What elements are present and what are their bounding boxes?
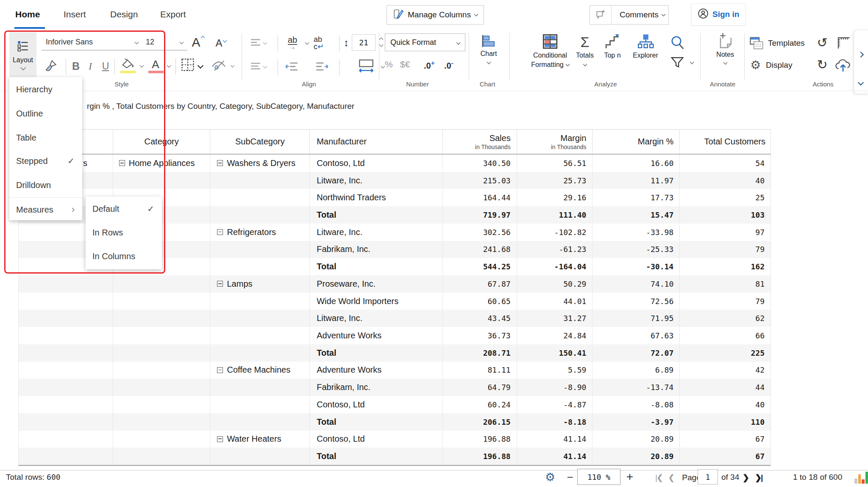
bold-button[interactable]: B bbox=[70, 58, 82, 74]
column-width-button[interactable] bbox=[355, 58, 377, 75]
decrease-indent-button[interactable] bbox=[282, 60, 301, 73]
cell-margin-pct[interactable]: 11.97 bbox=[593, 172, 680, 189]
cell-margin-pct[interactable]: -3.97 bbox=[593, 413, 680, 431]
cell-margin[interactable]: 25.73 bbox=[517, 172, 593, 189]
table-row[interactable]: Litware, Inc.215.0325.7311.9740 bbox=[19, 172, 771, 189]
fill-color-dropdown[interactable] bbox=[138, 62, 145, 69]
collapse-icon[interactable] bbox=[217, 229, 223, 235]
cell-margin-pct[interactable]: 20.89 bbox=[593, 431, 680, 448]
cell-manufacturer[interactable]: Litware, Inc. bbox=[310, 310, 443, 327]
cell-sales[interactable]: 544.25 bbox=[443, 258, 517, 275]
cell-manufacturer[interactable]: Litware, Inc. bbox=[310, 172, 443, 189]
zoom-out-button[interactable]: − bbox=[565, 471, 576, 484]
cell-manufacturer[interactable]: Contoso, Ltd bbox=[310, 396, 443, 413]
cell-sales[interactable]: 60.65 bbox=[443, 293, 517, 310]
cell-customers[interactable]: 42 bbox=[680, 362, 771, 379]
decrease-decimal-button[interactable]: .0- bbox=[444, 59, 453, 71]
cell-sales[interactable]: 206.15 bbox=[443, 413, 517, 431]
zoom-in-button[interactable]: + bbox=[624, 470, 636, 484]
expand-right-button[interactable] bbox=[857, 51, 865, 58]
cell-margin[interactable]: 29.16 bbox=[517, 189, 593, 206]
submenu-item-in-columns[interactable]: In Columns bbox=[92, 250, 158, 263]
hide-button[interactable] bbox=[209, 58, 228, 73]
collapse-icon[interactable] bbox=[217, 281, 223, 287]
cell-customers[interactable]: 44 bbox=[680, 379, 771, 396]
cell-manufacturer[interactable]: Fabrikam, Inc. bbox=[310, 379, 443, 396]
cell-sales[interactable]: 67.87 bbox=[443, 275, 517, 293]
cell-margin-pct[interactable]: -13.74 bbox=[593, 379, 680, 396]
cell-customers[interactable]: 103 bbox=[680, 206, 771, 224]
cell-sales[interactable]: 64.79 bbox=[443, 379, 517, 396]
cell-margin-pct[interactable]: 71.95 bbox=[593, 310, 680, 327]
cell-customers[interactable]: 25 bbox=[680, 189, 771, 206]
row-height-input[interactable]: 21 bbox=[352, 34, 376, 51]
cell-margin[interactable]: 150.41 bbox=[517, 344, 593, 362]
page-number-input[interactable]: 1 bbox=[698, 469, 718, 484]
cell-sales[interactable]: 81.11 bbox=[443, 362, 517, 379]
table-row[interactable]: Litware, Inc.43.4531.2771.9562 bbox=[19, 310, 771, 327]
header-total-customers[interactable]: Total Customers bbox=[680, 130, 771, 154]
cell-subcategory[interactable]: Washers & Dryers bbox=[210, 155, 310, 172]
cell-margin-pct[interactable]: 20.89 bbox=[593, 448, 680, 465]
cell-customers[interactable]: 54 bbox=[680, 155, 771, 172]
cell-customers[interactable]: 79 bbox=[680, 293, 771, 310]
manage-columns-button[interactable]: Manage Columns bbox=[387, 5, 484, 25]
cell-subcategory[interactable]: Refrigerators bbox=[210, 224, 310, 241]
cell-category[interactable] bbox=[113, 293, 211, 310]
cell-sales[interactable]: 60.24 bbox=[443, 396, 517, 413]
increase-decimal-button[interactable]: .0+ bbox=[424, 59, 434, 71]
cell-manufacturer[interactable]: Wide World Importers bbox=[310, 293, 443, 310]
collapse-icon[interactable] bbox=[119, 160, 125, 166]
font-name-combo[interactable]: Inforiver Sans bbox=[42, 34, 142, 50]
notes-button[interactable]: Notes bbox=[711, 32, 739, 64]
cell-customers[interactable]: 67 bbox=[680, 448, 771, 465]
tab-design[interactable]: Design bbox=[110, 9, 138, 19]
cell-sales[interactable]: 208.71 bbox=[443, 344, 517, 362]
cell-sales[interactable]: 196.88 bbox=[443, 431, 517, 448]
hide-dropdown[interactable] bbox=[229, 62, 236, 69]
cell-customers[interactable]: 79 bbox=[680, 241, 771, 258]
next-page-button[interactable]: ❯ bbox=[743, 473, 749, 482]
menu-item-measures[interactable]: Measures bbox=[16, 203, 78, 216]
cell-country[interactable] bbox=[19, 362, 113, 379]
italic-button[interactable]: I bbox=[85, 58, 96, 74]
collapse-icon[interactable] bbox=[217, 436, 223, 442]
expand-down-button[interactable] bbox=[857, 79, 865, 86]
cell-margin[interactable]: 44.01 bbox=[517, 293, 593, 310]
vertical-align-button[interactable] bbox=[248, 36, 269, 49]
cell-subcategory[interactable] bbox=[210, 344, 310, 362]
text-overflow-dropdown[interactable] bbox=[303, 39, 310, 46]
cell-sales[interactable]: 719.97 bbox=[443, 206, 517, 224]
cell-category[interactable]: Home Appliances bbox=[113, 155, 211, 172]
row-height-up[interactable] bbox=[377, 36, 385, 42]
cell-sales[interactable]: 340.50 bbox=[443, 155, 517, 172]
cell-category[interactable] bbox=[113, 310, 211, 327]
cell-category[interactable] bbox=[113, 431, 211, 448]
cell-country[interactable] bbox=[19, 275, 113, 293]
cell-subcategory[interactable] bbox=[210, 448, 310, 465]
settings-gear-icon[interactable]: ⚙ bbox=[544, 471, 556, 484]
comments-button[interactable]: Comments bbox=[590, 5, 669, 25]
cell-sales[interactable]: 164.44 bbox=[443, 189, 517, 206]
header-margin[interactable]: Marginin Thousands bbox=[517, 130, 593, 154]
cell-margin-pct[interactable]: -33.98 bbox=[593, 224, 680, 241]
cell-country[interactable] bbox=[19, 413, 113, 431]
layout-button[interactable]: Layout bbox=[9, 32, 36, 77]
table-row[interactable]: Total196.8841.1420.8967 bbox=[19, 448, 771, 465]
cell-margin-pct[interactable]: 17.73 bbox=[593, 189, 680, 206]
cell-subcategory[interactable] bbox=[210, 258, 310, 275]
cell-subcategory[interactable] bbox=[210, 293, 310, 310]
cell-manufacturer[interactable]: Contoso, Ltd bbox=[310, 431, 443, 448]
cell-customers[interactable]: 225 bbox=[680, 344, 771, 362]
table-row[interactable]: Home AppliancesWashers & DryersContoso, … bbox=[19, 155, 771, 172]
tab-insert[interactable]: Insert bbox=[64, 9, 86, 19]
table-row[interactable]: Coffee MachinesAdventure Works81.115.596… bbox=[19, 362, 771, 379]
horizontal-align-button[interactable] bbox=[248, 59, 269, 73]
cell-margin[interactable]: 41.14 bbox=[517, 431, 593, 448]
cell-manufacturer[interactable]: Fabrikam, Inc. bbox=[310, 241, 443, 258]
collapse-icon[interactable] bbox=[217, 160, 223, 166]
table-row[interactable]: Fabrikam, Inc.64.79-8.90-13.7444 bbox=[19, 379, 771, 396]
cell-margin[interactable]: 31.27 bbox=[517, 310, 593, 327]
header-manufacturer[interactable]: Manufacturer bbox=[310, 130, 443, 154]
cell-manufacturer[interactable]: Proseware, Inc. bbox=[310, 275, 443, 293]
